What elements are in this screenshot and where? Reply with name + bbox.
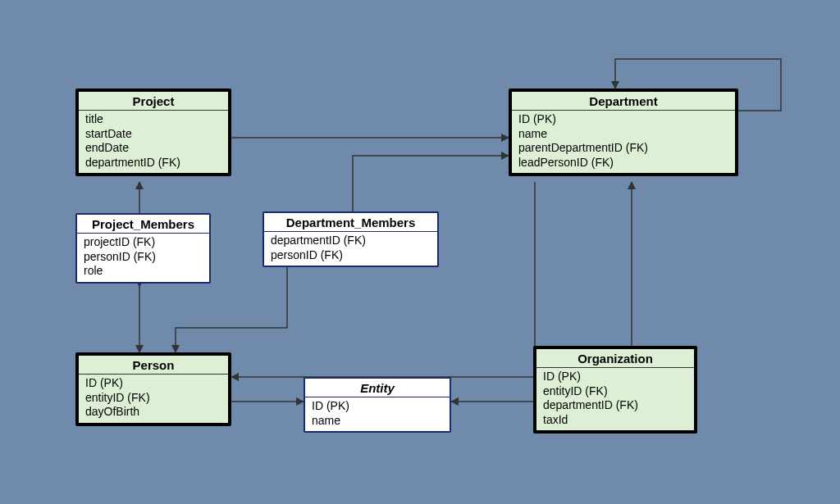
entity-body: ID (PK) name parentDepartmentID (FK) lea… <box>512 111 735 173</box>
entity-body: title startDate endDate departmentID (FK… <box>79 111 228 173</box>
entity-title: Entity <box>305 379 450 397</box>
entity-title: Person <box>79 356 228 375</box>
attr: personID (FK) <box>271 248 431 263</box>
entity-title: Project_Members <box>77 215 209 234</box>
er-diagram-canvas: Project title startDate endDate departme… <box>0 0 840 504</box>
entity-body: departmentID (FK) personID (FK) <box>264 232 437 266</box>
attr: departmentID (FK) <box>271 234 431 248</box>
entity-body: ID (PK) entityID (FK) dayOfBirth <box>79 375 228 423</box>
entity-title: Department <box>512 92 735 111</box>
attr: taxId <box>543 413 687 428</box>
entity-title: Department_Members <box>264 213 437 232</box>
entity-department-members: Department_Members departmentID (FK) per… <box>262 211 439 267</box>
attr: personID (FK) <box>84 250 203 265</box>
entity-body: ID (PK) name <box>305 397 450 431</box>
attr: startDate <box>85 127 221 142</box>
entity-organization: Organization ID (PK) entityID (FK) depar… <box>533 346 697 434</box>
attr: entityID (FK) <box>543 384 687 399</box>
attr: role <box>84 264 203 279</box>
entity-entity: Entity ID (PK) name <box>304 377 451 433</box>
entity-department: Department ID (PK) name parentDepartment… <box>509 89 738 176</box>
attr: projectID (FK) <box>84 235 203 250</box>
attr: parentDepartmentID (FK) <box>518 141 728 156</box>
entity-person: Person ID (PK) entityID (FK) dayOfBirth <box>75 352 231 426</box>
attr: ID (PK) <box>518 112 728 127</box>
attr: name <box>518 127 728 142</box>
entity-body: projectID (FK) personID (FK) role <box>77 234 209 282</box>
attr: name <box>312 414 443 429</box>
entity-project: Project title startDate endDate departme… <box>75 89 231 176</box>
attr: departmentID (FK) <box>543 398 687 413</box>
attr: leadPersonID (FK) <box>518 156 728 170</box>
entity-title: Organization <box>536 349 694 368</box>
entity-title: Project <box>79 92 228 111</box>
attr: title <box>85 112 221 127</box>
attr: departmentID (FK) <box>85 156 221 170</box>
attr: entityID (FK) <box>85 391 221 406</box>
attr: dayOfBirth <box>85 405 221 420</box>
attr: ID (PK) <box>543 370 687 384</box>
attr: ID (PK) <box>312 399 443 414</box>
attr: ID (PK) <box>85 376 221 391</box>
entity-project-members: Project_Members projectID (FK) personID … <box>75 213 211 284</box>
attr: endDate <box>85 141 221 156</box>
entity-body: ID (PK) entityID (FK) departmentID (FK) … <box>536 368 694 430</box>
